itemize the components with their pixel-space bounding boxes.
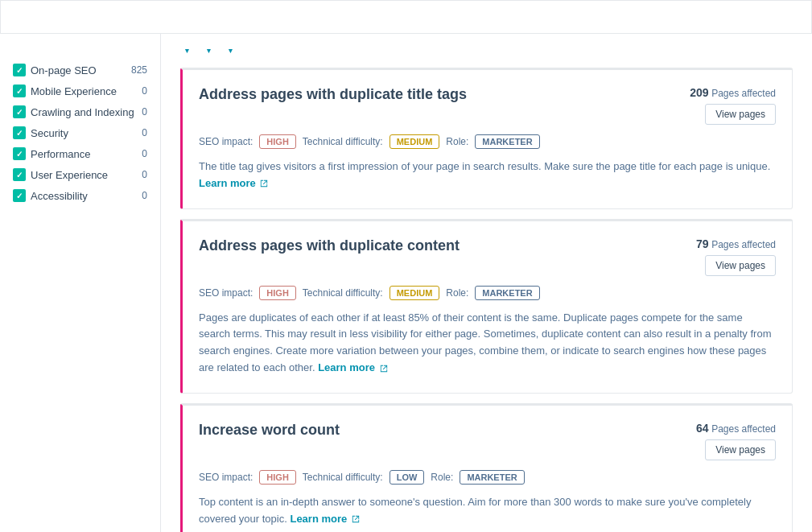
impact-badge-duplicate-content: HIGH xyxy=(259,286,296,300)
view-pages-button-duplicate-content[interactable]: View pages xyxy=(705,255,776,276)
checkbox-icon-user-experience xyxy=(13,168,26,181)
sidebar-count-on-page-seo: 825 xyxy=(131,64,147,76)
issue-desc-duplicate-content: Pages are duplicates of each other if at… xyxy=(199,310,776,377)
filters-bar: ▾ ▾ ▾ xyxy=(180,47,793,55)
issue-desc-duplicate-title: The title tag gives visitors a first imp… xyxy=(199,159,776,192)
seo-impact-label-duplicate-content: SEO impact: xyxy=(199,287,253,299)
sidebar-item-security[interactable]: Security 0 xyxy=(13,122,147,143)
issues-container: Address pages with duplicate title tags … xyxy=(180,68,793,532)
checkbox-icon-crawling-indexing xyxy=(13,105,26,118)
sidebar-label-performance: Performance xyxy=(31,148,137,160)
issue-header-left-duplicate-title: Address pages with duplicate title tags xyxy=(199,86,679,103)
role-badge-duplicate-title: MARKETER xyxy=(475,134,539,149)
role-label-duplicate-content: Role: xyxy=(446,287,468,299)
td-label-word-count: Technical difficulty: xyxy=(303,472,383,483)
issue-header-duplicate-content: Address pages with duplicate content 79 … xyxy=(199,237,776,276)
sidebar-label-crawling-indexing: Crawling and Indexing xyxy=(31,106,137,118)
learn-more-link-duplicate-title[interactable]: Learn more xyxy=(199,177,268,189)
sidebar-count-security: 0 xyxy=(142,127,147,138)
sidebar-label-accessibility: Accessibility xyxy=(31,190,137,202)
issue-card-word-count: Increase word count 64 Pages affected Vi… xyxy=(180,403,793,532)
stats-bar xyxy=(0,0,812,34)
sidebar-count-performance: 0 xyxy=(142,148,147,159)
impact-filter: ▾ xyxy=(180,47,189,55)
impact-badge-word-count: HIGH xyxy=(259,470,296,485)
technical-difficulty-filter: ▾ xyxy=(202,47,211,55)
issue-meta-duplicate-title: SEO impact: HIGH Technical difficulty: M… xyxy=(199,134,776,149)
checkbox-icon-performance xyxy=(13,147,26,160)
learn-more-link-duplicate-content[interactable]: Learn more xyxy=(318,361,387,373)
sidebar-label-on-page-seo: On-page SEO xyxy=(31,64,126,76)
td-label-duplicate-title: Technical difficulty: xyxy=(303,136,383,147)
impact-badge-duplicate-title: HIGH xyxy=(259,134,296,149)
main-layout: On-page SEO 825 Mobile Experience 0 Craw… xyxy=(0,34,812,532)
role-filter-button[interactable]: ▾ xyxy=(227,47,233,55)
pages-affected-duplicate-content: 79 Pages affected View pages xyxy=(679,237,776,276)
difficulty-badge-duplicate-content: MEDIUM xyxy=(390,286,440,300)
pages-count-text-word-count: 64 Pages affected xyxy=(696,422,776,435)
learn-more-link-word-count[interactable]: Learn more xyxy=(290,513,359,525)
issue-card-duplicate-content: Address pages with duplicate content 79 … xyxy=(180,219,793,394)
sidebar-label-mobile-experience: Mobile Experience xyxy=(31,85,137,97)
seo-impact-label-duplicate-title: SEO impact: xyxy=(199,136,253,147)
sidebar-label-user-experience: User Experience xyxy=(31,169,137,181)
pages-affected-duplicate-title: 209 Pages affected View pages xyxy=(679,86,776,125)
app-container: On-page SEO 825 Mobile Experience 0 Craw… xyxy=(0,0,812,532)
pages-count-text-duplicate-content: 79 Pages affected xyxy=(696,237,776,250)
role-label-duplicate-title: Role: xyxy=(446,136,468,147)
pages-label-duplicate-title: Pages affected xyxy=(711,88,776,99)
sidebar-label-security: Security xyxy=(31,127,137,139)
pages-count-duplicate-title: 209 xyxy=(690,86,708,99)
difficulty-badge-duplicate-title: MEDIUM xyxy=(390,134,440,149)
issue-meta-word-count: SEO impact: HIGH Technical difficulty: L… xyxy=(199,470,776,485)
checkbox-icon-mobile-experience xyxy=(13,85,26,97)
sidebar-item-mobile-experience[interactable]: Mobile Experience 0 xyxy=(13,80,147,101)
view-pages-button-duplicate-title[interactable]: View pages xyxy=(705,104,776,125)
td-label-duplicate-content: Technical difficulty: xyxy=(303,287,383,299)
sidebar-item-accessibility[interactable]: Accessibility 0 xyxy=(13,185,147,206)
role-filter: ▾ xyxy=(224,47,233,55)
pages-count-word-count: 64 xyxy=(696,422,709,435)
issue-header-left-duplicate-content: Address pages with duplicate content xyxy=(199,237,679,254)
sidebar-count-accessibility: 0 xyxy=(142,190,147,201)
view-pages-button-word-count[interactable]: View pages xyxy=(705,439,776,460)
td-filter-caret: ▾ xyxy=(207,47,211,55)
sidebar-count-mobile-experience: 0 xyxy=(142,85,147,97)
checkbox-icon-on-page-seo xyxy=(13,64,26,76)
impact-filter-caret: ▾ xyxy=(185,47,189,55)
issue-title-duplicate-content: Address pages with duplicate content xyxy=(199,237,679,254)
sidebar-count-user-experience: 0 xyxy=(142,169,147,180)
content-area: ▾ ▾ ▾ xyxy=(161,34,812,532)
pages-affected-word-count: 64 Pages affected View pages xyxy=(679,422,776,460)
pages-count-text-duplicate-title: 209 Pages affected xyxy=(690,86,776,99)
pages-label-word-count: Pages affected xyxy=(711,423,776,435)
issue-header-word-count: Increase word count 64 Pages affected Vi… xyxy=(199,422,776,460)
checkbox-icon-accessibility xyxy=(13,189,26,202)
issue-header-left-word-count: Increase word count xyxy=(199,422,679,439)
sidebar-item-performance[interactable]: Performance 0 xyxy=(13,143,147,164)
issue-meta-duplicate-content: SEO impact: HIGH Technical difficulty: M… xyxy=(199,286,776,300)
pages-count-duplicate-content: 79 xyxy=(696,237,709,250)
sidebar: On-page SEO 825 Mobile Experience 0 Craw… xyxy=(0,34,161,532)
role-filter-caret: ▾ xyxy=(229,47,233,55)
sidebar-items: On-page SEO 825 Mobile Experience 0 Craw… xyxy=(13,60,147,206)
role-label-word-count: Role: xyxy=(431,472,453,483)
sidebar-item-user-experience[interactable]: User Experience 0 xyxy=(13,164,147,185)
issue-title-duplicate-title: Address pages with duplicate title tags xyxy=(199,86,679,103)
checkbox-icon-security xyxy=(13,126,26,139)
issue-title-word-count: Increase word count xyxy=(199,422,679,439)
sidebar-item-on-page-seo[interactable]: On-page SEO 825 xyxy=(13,60,147,80)
sidebar-item-crawling-indexing[interactable]: Crawling and Indexing 0 xyxy=(13,101,147,122)
impact-filter-button[interactable]: ▾ xyxy=(183,47,189,55)
role-badge-duplicate-content: MARKETER xyxy=(475,286,539,300)
seo-impact-label-word-count: SEO impact: xyxy=(199,472,253,483)
role-badge-word-count: MARKETER xyxy=(460,470,524,485)
technical-difficulty-filter-button[interactable]: ▾ xyxy=(205,47,211,55)
sidebar-count-crawling-indexing: 0 xyxy=(142,106,147,118)
issue-desc-word-count: Top content is an in-depth answer to som… xyxy=(199,494,776,528)
pages-label-duplicate-content: Pages affected xyxy=(711,239,776,250)
difficulty-badge-word-count: LOW xyxy=(390,470,425,485)
issue-header-duplicate-title: Address pages with duplicate title tags … xyxy=(199,86,776,125)
issue-card-duplicate-title: Address pages with duplicate title tags … xyxy=(180,68,793,209)
